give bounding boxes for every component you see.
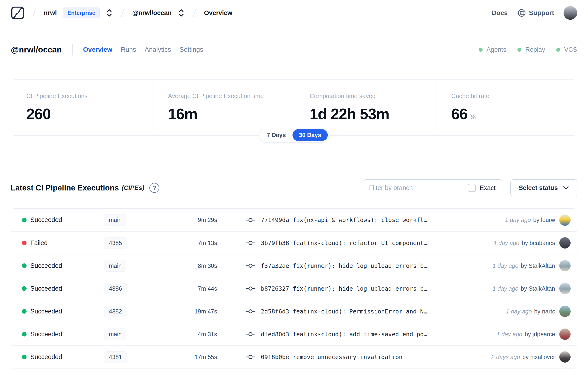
commit-message[interactable]: dfed80d3 feat(nx-cloud): add time-saved … [261,331,427,338]
breadcrumb-org[interactable]: nrwl [44,9,57,17]
branch-cell: 4382 [104,306,151,317]
commit-author[interactable]: by nixallover [522,354,555,361]
commit-time: 1 day ago [493,240,519,247]
nx-logo-icon[interactable] [11,6,24,20]
branch-badge[interactable]: 4385 [104,237,127,249]
branch-badge[interactable]: 4386 [104,283,127,294]
status-dot [22,286,27,291]
exact-label: Exact [480,184,495,192]
breadcrumb: nrwl Enterprise @nrwl/ocean Overview [11,6,232,20]
feature-status-list: Agents Replay VCS [463,39,577,60]
feature-label: VCS [564,46,577,53]
support-link[interactable]: Support [517,8,554,18]
exact-match-option[interactable]: Exact [461,180,502,196]
status-label: Succeeded [30,216,62,224]
branch-badge[interactable]: main [104,260,126,272]
status-select-button[interactable]: Select status [510,179,577,196]
status-dot [22,309,27,314]
commit-message[interactable]: 3b79fb38 feat(nx-cloud): refactor UI com… [261,240,427,247]
support-label: Support [529,9,554,17]
author-avatar[interactable] [559,306,570,317]
cipe-row[interactable]: Succeeded 4386 7m 44s b8726327 fix(runne… [11,277,577,300]
breadcrumb-separator [193,9,196,17]
cipe-row[interactable]: Succeeded main 9m 29s 771499da fix(nx-ap… [11,209,577,231]
status-cell: Succeeded [22,308,104,315]
commit-time: 1 day ago [506,308,532,315]
branch-cell: 4381 [104,351,151,363]
commit-time: 1 day ago [493,263,518,269]
status-label: Succeeded [30,262,62,269]
branch-badge[interactable]: 4382 [104,306,127,317]
stat-card-average-execution-time: Average CI Pipeline Execution time 16m [152,80,294,135]
branch-badge[interactable]: main [104,214,126,226]
commit-time: 1 day ago [496,331,522,338]
commit-message[interactable]: 2d58f6d3 feat(nx-cloud): PermissionError… [261,308,427,315]
cipes-section-header: Latest CI Pipeline Executions (CIPEs) ? … [11,179,577,196]
commit-author[interactable]: by StalkAltan [521,285,555,292]
status-label: Succeeded [30,285,62,292]
top-bar: nrwl Enterprise @nrwl/ocean Overview Doc… [0,0,588,26]
status-cell: Succeeded [22,353,104,361]
stat-label: CI Pipeline Executions [26,93,152,100]
stat-label: Computation time saved [310,93,436,100]
status-label: Succeeded [30,308,62,315]
author-avatar[interactable] [559,237,570,248]
commit-message[interactable]: 0918b0be remove unnecessary invalidation [261,354,402,361]
question-circle-icon[interactable]: ? [149,183,159,193]
stat-value: 260 [26,105,152,123]
branch-badge[interactable]: 4381 [104,351,127,363]
breadcrumb-workspace[interactable]: @nrwl/ocean [132,9,171,17]
tab-runs[interactable]: Runs [121,46,136,53]
date-range-toggle: 7 Days 30 Days [259,128,329,143]
feature-label: Agents [486,46,506,53]
commit-author[interactable]: by jdpearce [525,331,555,338]
status-label: Failed [30,239,48,247]
tab-overview[interactable]: Overview [83,46,113,53]
breadcrumb-page: Overview [204,9,232,17]
cipe-row[interactable]: Succeeded main 4m 31s dfed80d3 feat(nx-c… [11,323,577,345]
author-avatar[interactable] [559,260,570,271]
status-cell: Succeeded [22,262,104,269]
git-commit-icon [245,239,256,247]
author-avatar[interactable] [559,283,570,294]
range-30-days[interactable]: 30 Days [292,129,328,141]
range-7-days[interactable]: 7 Days [260,129,292,141]
stat-label: Cache hit rate [451,93,577,100]
exact-checkbox[interactable] [468,184,476,192]
author-avatar[interactable] [559,214,570,226]
docs-link[interactable]: Docs [492,9,508,17]
stat-suffix: % [470,113,475,121]
author-avatar[interactable] [559,351,570,362]
cipes-title-suffix: (CIPEs) [122,184,144,192]
cipe-row[interactable]: Failed 4385 7m 13s 3b79fb38 feat(nx-clou… [11,231,577,254]
branch-cell: main [104,214,151,226]
duration-cell: 4m 31s [151,331,217,338]
author-avatar[interactable] [559,328,570,340]
divider [463,39,463,60]
tab-settings[interactable]: Settings [179,46,203,53]
workspace-switcher-icon[interactable] [178,9,185,17]
cipe-row[interactable]: Succeeded main 8m 30s f37a32ae fix(runne… [11,254,577,277]
commit-author[interactable]: by lourw [533,217,555,223]
commit-author[interactable]: by StalkAltan [521,263,555,269]
commit-author[interactable]: by nartc [534,308,555,315]
org-switcher-icon[interactable] [106,9,113,17]
cipe-row[interactable]: Succeeded 4381 17m 55s 0918b0be remove u… [11,345,577,368]
commit-message[interactable]: f37a32ae fix(runner): hide log upload er… [261,263,427,269]
cipe-row[interactable]: Succeeded 4382 19m 47s 2d58f6d3 feat(nx-… [11,300,577,323]
branch-filter-input[interactable] [363,180,461,196]
branch-badge[interactable]: main [104,328,126,340]
commit-author[interactable]: by bcabanes [522,240,555,247]
commit-message[interactable]: 771499da fix(nx-api & workflows): close … [261,217,427,223]
green-dot-icon [479,48,483,52]
duration-cell: 8m 30s [151,263,217,269]
stat-value: 66% [451,105,577,123]
cipes-title: Latest CI Pipeline Executions [11,183,119,192]
tab-analytics[interactable]: Analytics [145,46,171,53]
commit-message[interactable]: b8726327 fix(runner): hide log upload er… [261,285,427,292]
status-dot [22,218,27,223]
user-avatar[interactable] [564,6,577,20]
green-dot-icon [556,48,560,52]
stat-card-ci-pipeline-executions: CI Pipeline Executions 260 [11,80,152,135]
feature-replay: Replay [517,46,545,53]
